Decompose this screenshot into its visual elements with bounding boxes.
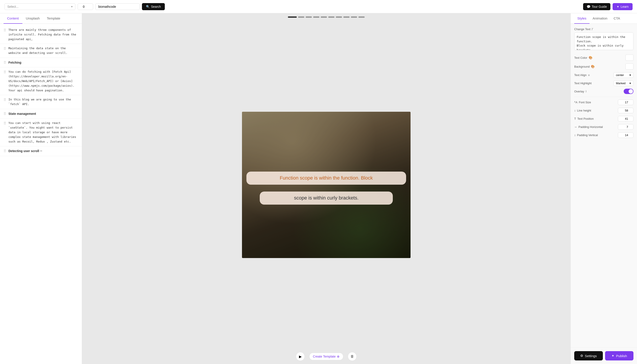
background-label: Background 🎨 [574, 65, 595, 68]
plus-circle-icon: ⊕ [337, 355, 340, 358]
drag-handle-icon[interactable]: ⠿ [4, 148, 6, 153]
slide-dot[interactable] [298, 16, 304, 18]
text-align-select[interactable]: center ▾ [613, 72, 633, 78]
action-buttons: ⚙ Settings ✦ Publish [571, 347, 637, 364]
delete-button[interactable]: 🗑 [348, 352, 357, 361]
tab-content[interactable]: Content [4, 13, 23, 24]
tab-styles[interactable]: Styles [574, 13, 589, 24]
left-tab-bar: Content Unsplash Template [0, 13, 82, 24]
main-layout: Content Unsplash Template ⠿ There are ma… [0, 13, 637, 364]
slide-dot[interactable] [358, 16, 365, 18]
settings-icon: ⚙ [580, 354, 583, 358]
item-heading: Fetching [9, 60, 21, 65]
text-highlight-select[interactable]: Marked ▾ [613, 80, 633, 86]
slide-editor: ‹ Function scope is within the function.… [82, 13, 570, 364]
select-dropdown[interactable]: Select... ▾ [5, 3, 76, 10]
font-size-input[interactable] [618, 100, 633, 105]
text-highlight-label: Text Highlight [574, 82, 591, 85]
drag-handle-icon[interactable]: ⠿ [4, 97, 6, 102]
select-placeholder: Select... [7, 5, 19, 8]
list-item: ⠿ State management [0, 109, 82, 118]
text-position-row: T Text Position [574, 116, 633, 122]
number-input[interactable] [78, 3, 93, 10]
tour-guide-button[interactable]: 💬 Tour Guide [583, 3, 610, 10]
drag-handle-icon[interactable]: ⠿ [4, 111, 6, 116]
text-bubble-2[interactable]: scope is within curly brackets. [260, 192, 393, 204]
padding-h-icon: ↔ [574, 125, 577, 128]
palette-icon: 🎨 [591, 65, 595, 68]
search-icon: 🔍 [146, 5, 150, 8]
text-position-input[interactable] [618, 116, 633, 122]
slide-dot[interactable] [343, 16, 350, 18]
change-text-input[interactable]: Function scope is within the function. B… [574, 32, 633, 50]
overlay-toggle[interactable] [624, 89, 633, 94]
tab-cta[interactable]: CTA [610, 13, 623, 24]
padding-horizontal-label: ↔ Padding Horizontal [574, 125, 603, 128]
drag-handle-icon[interactable]: ⠿ [4, 70, 6, 74]
list-item: ⠿ Maintaining the data state on the webs… [0, 44, 82, 58]
background-color-swatch[interactable] [625, 64, 633, 70]
overlay-label: Overlay ℹ [574, 90, 587, 93]
slide-dot[interactable] [306, 16, 312, 18]
create-template-button[interactable]: Create Template ⊕ [309, 353, 343, 360]
background-row: Background 🎨 [574, 64, 633, 70]
settings-button[interactable]: ⚙ Settings [574, 351, 603, 360]
tab-template[interactable]: Template [43, 13, 64, 24]
left-panel: Content Unsplash Template ⠿ There are ma… [0, 13, 82, 364]
text-bubble-1[interactable]: Function scope is within the function. B… [246, 172, 406, 185]
slide-bottom-bar: ▶ Create Template ⊕ 🗑 [296, 349, 357, 364]
publish-icon: ✦ [611, 354, 614, 358]
list-item: ⠿ Detecting user scroll •• [0, 146, 82, 156]
slide-dot-active[interactable] [288, 16, 297, 18]
learn-button[interactable]: ✦ Learn [612, 3, 632, 10]
palette-icon: 🎨 [589, 56, 592, 60]
search-button[interactable]: 🔍 Search [142, 3, 165, 10]
text-position-icon: T [574, 117, 576, 120]
content-list: ⠿ There are mainly three components of i… [0, 24, 82, 364]
line-height-row: ↕ Line height [574, 108, 633, 113]
drag-handle-icon[interactable]: ⠿ [4, 28, 6, 32]
padding-v-icon: ↕ [574, 134, 576, 137]
play-button[interactable]: ▶ [296, 352, 305, 361]
right-panel-content: Change Text 𝑇 Function scope is within t… [571, 24, 637, 347]
item-heading: Detecting user scroll •• [9, 148, 42, 154]
slide-dot[interactable] [313, 16, 319, 18]
drag-handle-icon[interactable]: ⠿ [4, 46, 6, 51]
padding-vertical-row: ↕ Padding Vertical [574, 132, 633, 138]
change-text-section: Change Text 𝑇 Function scope is within t… [574, 27, 633, 51]
text-position-label: T Text Position [574, 117, 594, 120]
text-align-row: Text Align ≡ center ▾ [574, 72, 633, 78]
padding-horizontal-input[interactable] [618, 124, 633, 130]
slide-dot[interactable] [328, 16, 334, 18]
tab-animation[interactable]: Animation [589, 13, 610, 24]
item-text: Maintaining the data state on the websit… [9, 46, 78, 56]
slide-dot[interactable] [321, 16, 327, 18]
list-item: ⠿ There are mainly three components of i… [0, 26, 82, 44]
font-size-icon: ᴬA [574, 101, 577, 104]
info-icon[interactable]: ℹ [585, 90, 587, 93]
slide-dot-indicators [288, 13, 365, 21]
padding-vertical-input[interactable] [618, 132, 633, 138]
text-color-swatch[interactable] [625, 54, 633, 61]
item-heading: State management [9, 111, 36, 116]
text-color-label: Text Color 🎨 [574, 56, 592, 60]
list-item: ⠿ In this blog we are going to use the `… [0, 95, 82, 109]
chevron-down-icon: ▾ [629, 74, 631, 77]
chat-icon: 💬 [587, 5, 590, 8]
drag-handle-icon[interactable]: ⠿ [4, 121, 6, 126]
more-dots-icon: •• [40, 149, 42, 153]
drag-handle-icon[interactable]: ⠿ [4, 60, 6, 65]
line-height-input[interactable] [618, 108, 633, 113]
align-icon: ≡ [588, 74, 590, 77]
slide-dot[interactable] [351, 16, 357, 18]
padding-horizontal-row: ↔ Padding Horizontal [574, 124, 633, 130]
username-input[interactable] [95, 3, 140, 10]
publish-button[interactable]: ✦ Publish [605, 351, 634, 360]
tab-unsplash[interactable]: Unsplash [23, 13, 44, 24]
item-text: You can do fetching with [Fetch Api](htt… [9, 70, 78, 93]
overlay-row: Overlay ℹ [574, 89, 633, 94]
slide-canvas: Function scope is within the function. B… [242, 112, 411, 258]
slide-dot[interactable] [336, 16, 342, 18]
topbar: Select... ▾ 🔍 Search 💬 Tour Guide ✦ Lear… [0, 0, 637, 13]
slide-overlay [242, 112, 411, 258]
